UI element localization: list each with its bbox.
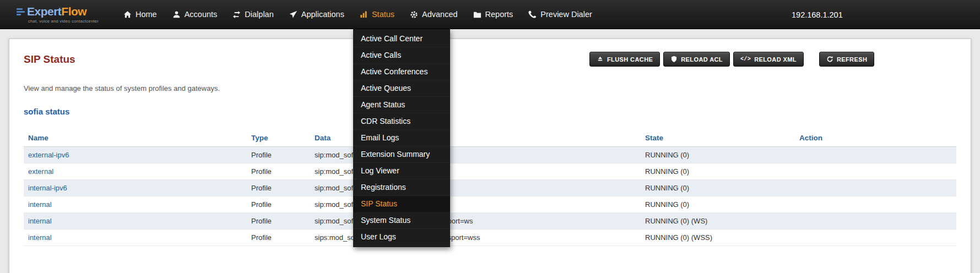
transfer-arrows-icon <box>232 10 241 19</box>
cell-state: RUNNING (0) <box>641 196 795 213</box>
menu-item-agent-status[interactable]: Agent Status <box>353 97 450 113</box>
button-label: RELOAD ACL <box>681 56 723 63</box>
cell-state: RUNNING (0) <box>641 180 795 196</box>
menu-item-active-conferences[interactable]: Active Conferences <box>353 64 450 80</box>
nav-item-reports[interactable]: Reports <box>465 0 521 29</box>
cell-state: RUNNING (0) <box>641 147 795 163</box>
cell-state: RUNNING (0) (WS) <box>641 213 795 230</box>
menu-item-extension-summary[interactable]: Extension Summary <box>353 146 450 163</box>
table-header-row: Name Type Data State Action <box>24 129 956 147</box>
brand-logo-row: Expert Flow <box>17 5 116 18</box>
nav-item-label: Applications <box>301 10 344 19</box>
reload-acl-button[interactable]: RELOAD ACL <box>663 52 730 67</box>
nav-item-label: Preview Dialer <box>540 10 592 19</box>
menu-item-cdr-statistics[interactable]: CDR Statistics <box>353 113 450 130</box>
button-label: FLUSH CACHE <box>607 56 653 63</box>
flush-cache-button[interactable]: FLUSH CACHE <box>589 52 660 67</box>
cell-action <box>795 147 956 163</box>
server-ip: 192.168.1.201 <box>792 0 843 29</box>
nav-item-dialplan[interactable]: Dialplan <box>225 0 281 29</box>
toolbar: FLUSH CACHE RELOAD ACL </> RELOAD XML RE… <box>589 52 874 67</box>
table-row: internal Profile sip:mod_sofia@192.168.1… <box>24 196 956 213</box>
brand-logo[interactable]: Expert Flow chat, voice and video contac… <box>17 5 116 24</box>
nav-item-preview-dialer[interactable]: Preview Dialer <box>521 0 599 29</box>
main-menu: Home Accounts Dialplan Applications Stat… <box>116 0 600 29</box>
nav-item-advanced[interactable]: Advanced <box>402 0 465 29</box>
refresh-icon <box>826 56 833 63</box>
menu-item-sip-status[interactable]: SIP Status <box>353 196 450 212</box>
nav-item-label: Status <box>372 10 394 19</box>
menu-item-email-logs[interactable]: Email Logs <box>353 130 450 146</box>
cell-type: Profile <box>247 230 310 246</box>
nav-item-applications[interactable]: Applications <box>281 0 352 29</box>
nav-item-label: Reports <box>485 10 513 19</box>
menu-item-registrations[interactable]: Registrations <box>353 179 450 196</box>
folder-icon <box>473 10 481 19</box>
column-header-name[interactable]: Name <box>24 129 247 147</box>
nav-item-accounts[interactable]: Accounts <box>165 0 225 29</box>
button-label: REFRESH <box>837 56 867 63</box>
cell-type: Profile <box>247 180 310 196</box>
column-header-action[interactable]: Action <box>795 129 956 147</box>
content-card: SIP Status FLUSH CACHE RELOAD ACL </> RE… <box>9 39 971 273</box>
table-row: internal-ipv6 Profile sip:mod_sofia@[::1… <box>24 180 956 196</box>
nav-item-label: Home <box>136 10 157 19</box>
person-icon <box>172 10 181 19</box>
column-header-type[interactable]: Type <box>247 129 310 147</box>
nav-item-status[interactable]: Status <box>352 0 402 29</box>
top-navbar: Expert Flow chat, voice and video contac… <box>0 0 980 29</box>
paper-plane-icon <box>289 10 297 19</box>
cell-state: RUNNING (0) <box>641 163 795 180</box>
profile-name-link[interactable]: internal <box>28 217 52 225</box>
cell-action <box>795 180 956 196</box>
cell-type: Profile <box>247 147 310 163</box>
shield-icon <box>670 56 678 63</box>
table-row: external Profile sip:mod_sofia@192.168.1… <box>24 163 956 180</box>
section-title: sofia status <box>24 107 956 116</box>
page-description: View and manage the status of system pro… <box>24 84 956 92</box>
code-icon: </> <box>740 56 751 62</box>
brand-name-secondary: Flow <box>61 5 86 18</box>
profile-name-link[interactable]: internal-ipv6 <box>28 184 67 192</box>
menu-item-active-calls[interactable]: Active Calls <box>353 47 450 64</box>
menu-item-log-viewer[interactable]: Log Viewer <box>353 163 450 179</box>
nav-item-label: Dialplan <box>245 10 273 19</box>
reload-xml-button[interactable]: </> RELOAD XML <box>733 52 804 67</box>
menu-item-active-queues[interactable]: Active Queues <box>353 80 450 97</box>
nav-item-home[interactable]: Home <box>116 0 165 29</box>
table-row: external-ipv6 Profile sip:mod_sofia@[::1… <box>24 147 956 163</box>
profile-name-link[interactable]: external-ipv6 <box>28 151 69 159</box>
cell-action <box>795 213 956 230</box>
status-dropdown-menu: Active Call Center Active Calls Active C… <box>353 29 450 247</box>
cell-type: Profile <box>247 163 310 180</box>
menu-item-active-call-center[interactable]: Active Call Center <box>353 31 450 47</box>
column-header-state[interactable]: State <box>641 129 795 147</box>
logo-bars-icon <box>17 8 25 15</box>
brand-name-primary: Expert <box>27 5 61 18</box>
nav-item-label: Advanced <box>422 10 458 19</box>
brand-tagline: chat, voice and video contactcenter <box>28 19 116 24</box>
phone-icon <box>528 10 537 19</box>
cell-action <box>795 163 956 180</box>
table-row: internal Profile sip:mod_sofia@192.168.1… <box>24 213 956 230</box>
cell-type: Profile <box>247 213 310 230</box>
menu-item-system-status[interactable]: System Status <box>353 212 450 229</box>
table-row: internal Profile sips:mod_sofia@192.168.… <box>24 230 956 246</box>
gear-icon <box>410 10 418 19</box>
nav-item-label: Accounts <box>185 10 218 19</box>
cell-state: RUNNING (0) (WSS) <box>641 230 795 246</box>
profile-name-link[interactable]: internal <box>28 200 52 209</box>
cell-action <box>795 230 956 246</box>
menu-item-user-logs[interactable]: User Logs <box>353 229 450 245</box>
sofia-status-table: Name Type Data State Action external-ipv… <box>24 129 956 246</box>
home-icon <box>123 10 132 19</box>
eject-icon <box>597 56 604 63</box>
bar-chart-icon <box>360 10 368 19</box>
profile-name-link[interactable]: internal <box>28 233 52 242</box>
button-label: RELOAD XML <box>754 56 797 63</box>
cell-type: Profile <box>247 196 310 213</box>
refresh-button[interactable]: REFRESH <box>819 52 874 67</box>
profile-name-link[interactable]: external <box>28 167 53 176</box>
cell-action <box>795 196 956 213</box>
